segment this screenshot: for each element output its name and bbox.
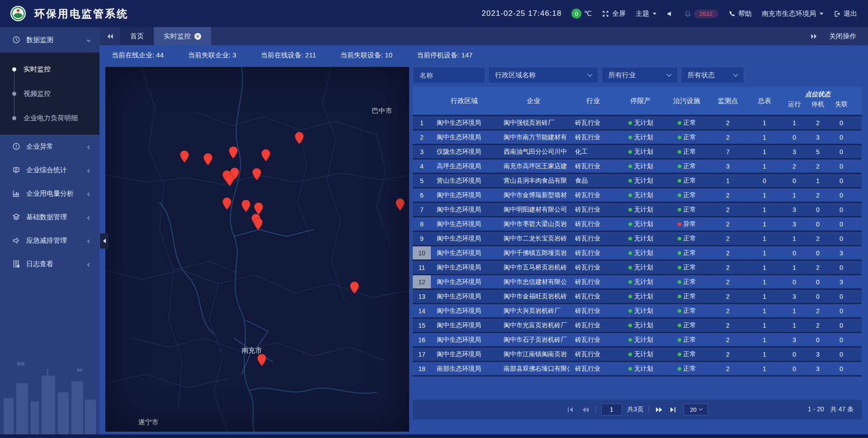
next-page-button[interactable] [655,406,664,413]
row-index[interactable]: 2 [413,131,431,144]
map-pin-icon[interactable] [222,197,232,210]
table-row[interactable]: 15阆中生态环境局阆中市光富页岩机砖厂砖瓦行业无计划正常21120 [413,319,862,333]
table-row[interactable]: 3仪陇生态环境局西南油气田分公司川中化工无计划正常71350 [413,145,862,160]
row-index[interactable]: 3 [413,145,431,158]
col-index [413,87,431,115]
map-pin-icon[interactable] [295,132,304,144]
map-collapse-handle[interactable] [100,233,108,249]
sidebar-item-emergency-reduction[interactable]: 应急减排管理 [0,229,99,252]
fullscreen-button[interactable]: 全屏 [602,9,626,18]
table-row[interactable]: 10阆中生态环境局阆中千佛镇五郎垭页岩砖瓦行业无计划正常21003 [413,246,862,261]
cell-facility-label: 正常 [684,264,696,272]
sidebar-item-company-abnormal[interactable]: 企业异常 [0,135,99,158]
cell-industry: 砖瓦行业 [569,246,617,259]
row-index[interactable]: 5 [413,174,431,187]
map-pin-icon[interactable] [261,149,271,161]
row-index[interactable]: 15 [413,319,431,332]
prev-page-button[interactable] [581,406,590,413]
tab-实时监控[interactable]: 实时监控✕ [154,27,211,45]
cell-points: 2 [709,246,746,259]
name-filter-input[interactable] [413,67,485,83]
notifications-button[interactable]: 2632 [684,9,718,18]
sidebar-subitem-视频监控[interactable]: 视频监控 [0,81,99,106]
cell-industry: 砖瓦行业 [569,203,617,216]
table-row[interactable]: 12阆中生态环境局阆中市忠信建材有限公砖瓦行业无计划正常21003 [413,275,862,290]
theme-dropdown[interactable]: 主题 [636,9,656,18]
org-dropdown[interactable]: 南充市生态环境局 [762,9,823,18]
map-pin-icon[interactable] [396,198,405,211]
map-pin-icon[interactable] [252,168,262,180]
row-index[interactable]: 17 [413,348,431,361]
status-dot-green [628,353,632,356]
sidebar-item-company-statistics[interactable]: 企业综合统计 [0,158,99,182]
table-row[interactable]: 16阆中生态环境局阆中市石子页岩机砖厂砖瓦行业无计划正常21300 [413,333,862,348]
map-pin-icon[interactable] [254,202,264,215]
table-row[interactable]: 11阆中生态环境局阆中市五马桥页岩机砖砖瓦行业无计划正常21120 [413,261,862,275]
close-operations-dropdown[interactable]: 关闭操作 [829,32,856,41]
table-row[interactable]: 18南部生态环境局南部县双佛右垭口有限公砖瓦行业无计划正常21030 [413,362,862,377]
map-pin-icon[interactable] [229,146,238,159]
sidebar-item-log-view[interactable]: 日志查看 [0,252,99,276]
tab-close-icon[interactable]: ✕ [194,33,201,40]
row-index[interactable]: 4 [413,160,431,173]
cell-facility: 正常 [664,290,709,303]
cell-stop: 2 [806,319,830,332]
row-index[interactable]: 12 [413,275,431,288]
sidebar-item-base-data[interactable]: 基础数据管理 [0,205,99,229]
sidebar-item-data-monitor[interactable]: 数据监测 [0,27,99,52]
page-number-input[interactable]: 1 [601,404,622,415]
table-row[interactable]: 8阆中生态环境局阆中市枣碧大梁山页岩砖瓦行业无计划异常21300 [413,217,862,232]
last-page-button[interactable] [669,406,678,413]
cell-facility: 正常 [664,333,709,346]
tab-首页[interactable]: 首页 [120,27,154,45]
table-row[interactable]: 4高坪生态环境局南充市高坪区王家店建砖瓦行业无计划正常31220 [413,160,862,174]
row-index[interactable]: 6 [413,188,431,202]
map-pin-icon[interactable] [225,174,235,186]
map-pin-icon[interactable] [241,199,251,212]
row-index[interactable]: 13 [413,290,431,303]
sidebar-subitem-实时监控[interactable]: 实时监控 [0,57,99,81]
map-pin-icon[interactable] [203,153,213,165]
cell-limit: 无计划 [617,145,664,158]
mute-speaker-button[interactable] [666,10,674,18]
table-row[interactable]: 2阆中生态环境局阆中市南方节能建材有砖瓦行业无计划正常21030 [413,131,862,145]
map-pin-icon[interactable] [257,353,267,366]
map-pin-icon[interactable] [180,150,189,163]
row-index[interactable]: 10 [413,246,431,259]
industry-filter-select[interactable]: 所有行业 [602,67,678,83]
table-row[interactable]: 13阆中生态环境局阆中市金福旺页岩机砖砖瓦行业无计划正常21300 [413,290,862,304]
help-button[interactable]: 帮助 [728,9,752,18]
row-index[interactable]: 7 [413,203,431,216]
table-row[interactable]: 17阆中生态环境局阆中市江南镇阆南页岩砖瓦行业无计划正常21030 [413,348,862,362]
region-filter-select[interactable]: 行政区域名称 [488,67,599,83]
row-index[interactable]: 8 [413,217,431,231]
table-row[interactable]: 1阆中生态环境局阆中强锐页岩砖厂砖瓦行业无计划正常21120 [413,116,862,131]
sidebar-item-label: 基础数据管理 [26,213,67,221]
table-row[interactable]: 6阆中生态环境局阆中市金博瑞新型墙材砖瓦行业无计划正常21120 [413,188,862,203]
page-size-select[interactable]: 20 [684,404,708,415]
map-pin-icon[interactable] [254,217,263,230]
tabs-scroll-left-button[interactable] [99,27,120,45]
logout-button[interactable]: 退出 [833,9,857,18]
row-index[interactable]: 16 [413,333,431,346]
status-filter-select[interactable]: 所有状态 [681,67,744,83]
first-page-button[interactable] [566,406,576,413]
row-index[interactable]: 18 [413,362,431,375]
map-pin-icon[interactable] [350,281,359,294]
table-row[interactable]: 9阆中生态环境局阆中市二龙长宝页岩砖砖瓦行业无计划正常21120 [413,232,862,246]
cell-points: 2 [709,275,746,288]
row-index[interactable]: 9 [413,232,431,245]
row-index[interactable]: 1 [413,116,431,129]
table-row[interactable]: 5营山生态环境局营山县润丰肉食品有限食品无计划正常10010 [413,174,862,188]
pagination-bar: 1 共3页 20 [413,400,862,419]
row-index[interactable]: 11 [413,261,431,274]
table-row[interactable]: 14阆中生态环境局阆中大兴页岩机砖厂砖瓦行业无计划正常21120 [413,304,862,319]
map-panel[interactable]: 巴中市南充市遂宁市 [105,67,409,432]
table-row[interactable]: 7阆中生态环境局阆中明阳建材有限公司砖瓦行业无计划正常21300 [413,203,862,217]
cell-limit-label: 无计划 [634,148,653,156]
cell-points: 2 [709,203,746,216]
sidebar-item-power-usage-analysis[interactable]: 企业用电量分析 [0,182,99,205]
sidebar-subitem-企业电力负荷明细[interactable]: 企业电力负荷明细 [0,106,99,130]
row-index[interactable]: 14 [413,304,431,317]
tabs-scroll-right-button[interactable] [811,33,817,39]
